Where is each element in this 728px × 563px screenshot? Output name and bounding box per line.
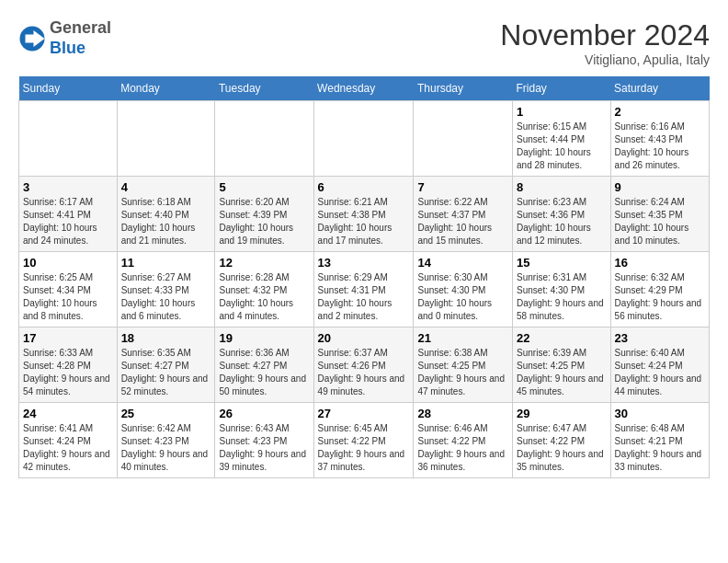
day-info: Sunrise: 6:42 AMSunset: 4:23 PMDaylight:…	[121, 422, 211, 474]
header-friday: Friday	[513, 76, 611, 101]
day-number: 1	[517, 105, 607, 119]
calendar-cell: 1Sunrise: 6:15 AMSunset: 4:44 PMDaylight…	[513, 101, 611, 177]
calendar-cell: 19Sunrise: 6:36 AMSunset: 4:27 PMDayligh…	[215, 327, 313, 403]
day-info: Sunrise: 6:21 AMSunset: 4:38 PMDaylight:…	[318, 196, 410, 247]
logo-blue-text: Blue	[50, 39, 85, 57]
calendar-week-row: 1Sunrise: 6:15 AMSunset: 4:44 PMDaylight…	[19, 101, 710, 177]
day-info: Sunrise: 6:17 AMSunset: 4:41 PMDaylight:…	[23, 196, 113, 247]
day-number: 29	[517, 407, 607, 420]
logo-icon	[18, 25, 46, 52]
calendar-cell	[414, 101, 513, 177]
day-number: 4	[121, 180, 211, 194]
day-info: Sunrise: 6:27 AMSunset: 4:33 PMDaylight:…	[121, 271, 211, 323]
day-number: 17	[23, 331, 113, 345]
calendar-cell	[117, 101, 215, 177]
day-number: 9	[615, 180, 705, 194]
calendar-cell: 15Sunrise: 6:31 AMSunset: 4:30 PMDayligh…	[513, 252, 611, 327]
calendar-cell: 24Sunrise: 6:41 AMSunset: 4:24 PMDayligh…	[19, 403, 118, 478]
calendar-cell: 14Sunrise: 6:30 AMSunset: 4:30 PMDayligh…	[414, 252, 513, 327]
calendar-header-row: Sunday Monday Tuesday Wednesday Thursday…	[19, 76, 710, 101]
day-info: Sunrise: 6:25 AMSunset: 4:34 PMDaylight:…	[23, 271, 113, 323]
calendar-cell: 9Sunrise: 6:24 AMSunset: 4:35 PMDaylight…	[610, 177, 709, 252]
day-number: 11	[121, 256, 211, 270]
calendar-week-row: 17Sunrise: 6:33 AMSunset: 4:28 PMDayligh…	[19, 327, 710, 403]
calendar-cell: 8Sunrise: 6:23 AMSunset: 4:36 PMDaylight…	[513, 177, 611, 252]
day-info: Sunrise: 6:29 AMSunset: 4:31 PMDaylight:…	[318, 271, 410, 323]
day-info: Sunrise: 6:23 AMSunset: 4:36 PMDaylight:…	[517, 196, 607, 247]
calendar-cell: 10Sunrise: 6:25 AMSunset: 4:34 PMDayligh…	[19, 252, 118, 327]
header-thursday: Thursday	[414, 76, 513, 101]
day-info: Sunrise: 6:40 AMSunset: 4:24 PMDaylight:…	[615, 347, 705, 398]
calendar-cell	[19, 101, 118, 177]
day-number: 24	[23, 407, 113, 420]
calendar-cell: 3Sunrise: 6:17 AMSunset: 4:41 PMDaylight…	[19, 177, 118, 252]
day-info: Sunrise: 6:46 AMSunset: 4:22 PMDaylight:…	[417, 422, 508, 474]
day-info: Sunrise: 6:20 AMSunset: 4:39 PMDaylight:…	[219, 196, 309, 247]
day-info: Sunrise: 6:31 AMSunset: 4:30 PMDaylight:…	[517, 271, 607, 323]
day-number: 10	[23, 256, 113, 270]
day-info: Sunrise: 6:15 AMSunset: 4:44 PMDaylight:…	[517, 121, 607, 172]
day-info: Sunrise: 6:39 AMSunset: 4:25 PMDaylight:…	[517, 347, 607, 398]
day-number: 22	[517, 331, 607, 345]
calendar-cell: 16Sunrise: 6:32 AMSunset: 4:29 PMDayligh…	[610, 252, 709, 327]
day-number: 15	[517, 256, 607, 270]
day-number: 14	[417, 256, 508, 270]
calendar-cell: 26Sunrise: 6:43 AMSunset: 4:23 PMDayligh…	[215, 403, 313, 478]
calendar-cell: 20Sunrise: 6:37 AMSunset: 4:26 PMDayligh…	[313, 327, 414, 403]
calendar-cell	[313, 101, 414, 177]
calendar-week-row: 24Sunrise: 6:41 AMSunset: 4:24 PMDayligh…	[19, 403, 710, 478]
day-info: Sunrise: 6:38 AMSunset: 4:25 PMDaylight:…	[417, 347, 508, 398]
day-info: Sunrise: 6:35 AMSunset: 4:27 PMDaylight:…	[121, 347, 211, 398]
day-number: 26	[219, 407, 309, 420]
calendar-cell: 27Sunrise: 6:45 AMSunset: 4:22 PMDayligh…	[313, 403, 414, 478]
svg-rect-2	[26, 34, 36, 42]
calendar-cell: 11Sunrise: 6:27 AMSunset: 4:33 PMDayligh…	[117, 252, 215, 327]
day-info: Sunrise: 6:41 AMSunset: 4:24 PMDaylight:…	[23, 422, 113, 474]
day-info: Sunrise: 6:43 AMSunset: 4:23 PMDaylight:…	[219, 422, 309, 474]
day-info: Sunrise: 6:32 AMSunset: 4:29 PMDaylight:…	[615, 271, 705, 323]
calendar-cell: 18Sunrise: 6:35 AMSunset: 4:27 PMDayligh…	[117, 327, 215, 403]
day-info: Sunrise: 6:18 AMSunset: 4:40 PMDaylight:…	[121, 196, 211, 247]
day-info: Sunrise: 6:48 AMSunset: 4:21 PMDaylight:…	[615, 422, 705, 474]
day-number: 30	[615, 407, 705, 420]
day-number: 27	[318, 407, 410, 420]
calendar-cell: 13Sunrise: 6:29 AMSunset: 4:31 PMDayligh…	[313, 252, 414, 327]
calendar-week-row: 3Sunrise: 6:17 AMSunset: 4:41 PMDaylight…	[19, 177, 710, 252]
header-wednesday: Wednesday	[313, 76, 414, 101]
day-number: 8	[517, 180, 607, 194]
calendar-cell: 22Sunrise: 6:39 AMSunset: 4:25 PMDayligh…	[513, 327, 611, 403]
day-number: 12	[219, 256, 309, 270]
calendar-cell: 2Sunrise: 6:16 AMSunset: 4:43 PMDaylight…	[610, 101, 709, 177]
title-area: November 2024 Vitigliano, Apulia, Italy	[500, 18, 710, 67]
calendar-table: Sunday Monday Tuesday Wednesday Thursday…	[18, 76, 710, 478]
day-number: 20	[318, 331, 410, 345]
calendar-cell: 21Sunrise: 6:38 AMSunset: 4:25 PMDayligh…	[414, 327, 513, 403]
day-info: Sunrise: 6:16 AMSunset: 4:43 PMDaylight:…	[615, 121, 705, 172]
day-number: 13	[318, 256, 410, 270]
day-number: 19	[219, 331, 309, 345]
day-info: Sunrise: 6:45 AMSunset: 4:22 PMDaylight:…	[318, 422, 410, 474]
day-info: Sunrise: 6:37 AMSunset: 4:26 PMDaylight:…	[318, 347, 410, 398]
day-info: Sunrise: 6:24 AMSunset: 4:35 PMDaylight:…	[615, 196, 705, 247]
header-saturday: Saturday	[610, 76, 709, 101]
day-number: 21	[417, 331, 508, 345]
calendar-week-row: 10Sunrise: 6:25 AMSunset: 4:34 PMDayligh…	[19, 252, 710, 327]
header-tuesday: Tuesday	[215, 76, 313, 101]
day-number: 28	[417, 407, 508, 420]
calendar-cell: 6Sunrise: 6:21 AMSunset: 4:38 PMDaylight…	[313, 177, 414, 252]
day-number: 25	[121, 407, 211, 420]
calendar-cell: 17Sunrise: 6:33 AMSunset: 4:28 PMDayligh…	[19, 327, 118, 403]
page-header: General Blue November 2024 Vitigliano, A…	[18, 18, 710, 67]
calendar-cell: 12Sunrise: 6:28 AMSunset: 4:32 PMDayligh…	[215, 252, 313, 327]
header-monday: Monday	[117, 76, 215, 101]
calendar-cell: 25Sunrise: 6:42 AMSunset: 4:23 PMDayligh…	[117, 403, 215, 478]
day-info: Sunrise: 6:33 AMSunset: 4:28 PMDaylight:…	[23, 347, 113, 398]
day-number: 6	[318, 180, 410, 194]
day-info: Sunrise: 6:36 AMSunset: 4:27 PMDaylight:…	[219, 347, 309, 398]
day-number: 16	[615, 256, 705, 270]
day-info: Sunrise: 6:30 AMSunset: 4:30 PMDaylight:…	[417, 271, 508, 323]
day-number: 2	[615, 105, 705, 119]
calendar-cell: 29Sunrise: 6:47 AMSunset: 4:22 PMDayligh…	[513, 403, 611, 478]
header-sunday: Sunday	[19, 76, 118, 101]
calendar-cell: 7Sunrise: 6:22 AMSunset: 4:37 PMDaylight…	[414, 177, 513, 252]
